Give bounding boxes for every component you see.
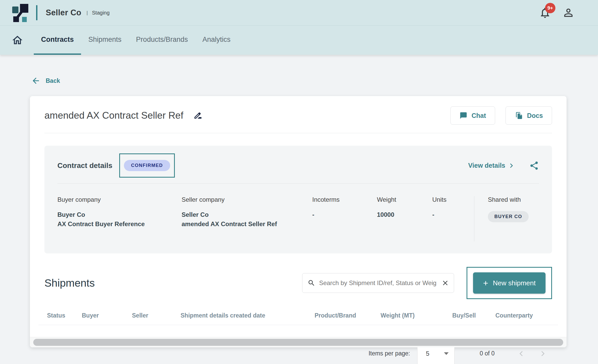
weight-value: 10000 — [377, 210, 432, 219]
chevron-right-icon — [539, 350, 547, 358]
status-badge: CONFIRMED — [124, 160, 170, 171]
app-header: Seller Co | Staging 9+ — [0, 0, 598, 25]
share-icon — [529, 161, 539, 171]
units-label: Units — [432, 196, 474, 203]
seller-company-name: Seller Co — [182, 210, 312, 219]
col-product-brand: Product/Brand — [315, 312, 381, 319]
environment-label: Staging — [92, 10, 110, 16]
tab-products-brands[interactable]: Products/Brands — [129, 26, 195, 55]
company-logo-icon — [12, 3, 29, 23]
units-value: - — [432, 210, 474, 219]
account-button[interactable] — [562, 6, 575, 19]
contract-details-heading: Contract details — [57, 161, 112, 170]
chat-button[interactable]: Chat — [450, 106, 495, 125]
person-icon — [562, 6, 575, 19]
share-button[interactable] — [529, 161, 539, 171]
company-name: Seller Co — [46, 8, 81, 17]
contract-card: amended AX Contract Seller Ref Chat Docs — [30, 96, 567, 347]
panel-divider — [57, 183, 539, 184]
status-badge-highlight-box: CONFIRMED — [119, 153, 175, 178]
previous-page-button[interactable] — [517, 350, 525, 358]
seller-contract-reference: amended AX Contract Seller Ref — [182, 219, 312, 229]
chat-bubble-icon — [460, 112, 467, 119]
view-details-link[interactable]: View details — [468, 162, 515, 169]
clear-search-button[interactable] — [441, 279, 449, 287]
chevron-left-icon — [517, 350, 525, 358]
incoterms-label: Incoterms — [312, 196, 377, 203]
home-icon — [11, 34, 23, 46]
col-weight-mt: Weight (MT) — [381, 312, 452, 319]
brand-divider — [36, 5, 37, 20]
pagination-range: 0 of 0 — [480, 350, 495, 357]
col-buy-sell: Buy/Sell — [452, 312, 495, 319]
shipments-table: Status Buyer Seller Shipment details cre… — [38, 306, 558, 364]
tab-analytics[interactable]: Analytics — [195, 26, 238, 55]
col-created-date: Shipment details created date — [181, 312, 315, 319]
docs-icon — [515, 111, 523, 120]
plus-icon: + — [483, 279, 488, 287]
close-icon — [441, 279, 449, 287]
pencil-icon — [193, 111, 203, 120]
tab-shipments[interactable]: Shipments — [81, 26, 129, 55]
new-shipment-button[interactable]: + New shipment — [473, 272, 546, 294]
horizontal-scrollbar-track — [30, 337, 567, 347]
col-status: Status — [47, 312, 82, 319]
shipments-heading: Shipments — [44, 277, 95, 289]
environment-separator: | — [87, 10, 88, 16]
col-seller: Seller — [132, 312, 181, 319]
shared-with-label: Shared with — [488, 196, 529, 203]
title-divider — [44, 133, 552, 133]
items-per-page-label: Items per page: — [369, 350, 410, 357]
shipments-table-header: Status Buyer Seller Shipment details cre… — [38, 306, 558, 325]
buyer-company-name: Buyer Co — [57, 210, 182, 219]
shared-with-chip: BUYER CO — [488, 211, 529, 222]
weight-label: Weight — [377, 196, 432, 203]
search-icon — [308, 279, 315, 287]
contract-details-panel: Contract details CONFIRMED View details — [44, 146, 552, 253]
notification-count-badge: 9+ — [545, 3, 555, 13]
new-shipment-highlight-box: + New shipment — [467, 267, 552, 299]
next-page-button[interactable] — [539, 350, 547, 358]
notifications-button[interactable]: 9+ — [538, 6, 552, 19]
col-counterparty: Counterparty — [495, 312, 558, 319]
incoterms-value: - — [312, 210, 377, 219]
docs-button[interactable]: Docs — [506, 106, 552, 125]
buyer-company-label: Buyer company — [57, 196, 182, 203]
shipment-search-input[interactable] — [319, 279, 438, 287]
col-buyer: Buyer — [82, 312, 132, 319]
nav-home-button[interactable] — [11, 26, 23, 55]
tab-contracts[interactable]: Contracts — [34, 26, 81, 55]
shipment-search-box — [302, 273, 454, 293]
back-link[interactable]: Back — [31, 76, 60, 85]
seller-company-label: Seller company — [182, 196, 312, 203]
main-nav: Contracts Shipments Products/Brands Anal… — [0, 25, 598, 55]
horizontal-scrollbar-thumb[interactable] — [33, 339, 563, 346]
buyer-contract-reference: AX Contract Buyer Reference — [57, 219, 182, 229]
back-arrow-icon — [31, 76, 41, 85]
chevron-down-icon — [444, 352, 449, 355]
contract-title: amended AX Contract Seller Ref — [44, 110, 183, 121]
chevron-right-icon — [508, 162, 515, 169]
edit-title-button[interactable] — [193, 111, 203, 120]
